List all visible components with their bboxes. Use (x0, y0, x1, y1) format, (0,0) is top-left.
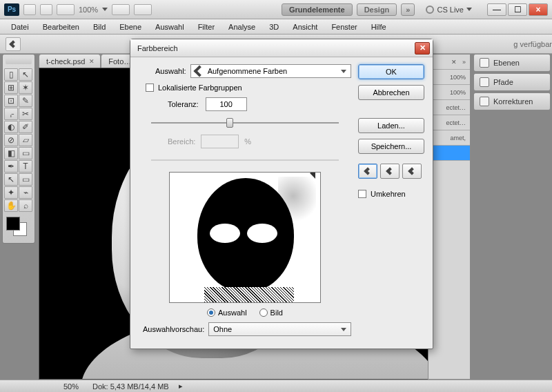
tool-lasso[interactable]: ⊞ (4, 81, 18, 94)
zoom-percent[interactable]: 100% (79, 6, 98, 14)
window-maximize[interactable]: ☐ (508, 3, 527, 16)
status-zoom[interactable]: 50% (41, 382, 83, 391)
app-logo: Ps (4, 3, 19, 16)
color-swatches[interactable] (4, 217, 32, 239)
farbbereich-dialog: Farbbereich ✕ Auswahl: Aufgenommene Farb… (130, 39, 433, 349)
menu-bearbeiten[interactable]: Bearbeiten (36, 19, 86, 34)
document-tab-label: Foto… (108, 57, 131, 66)
status-docsize[interactable]: Dok: 5,43 MB/14,4 MB (92, 382, 169, 391)
tool-shape[interactable]: ▭ (19, 173, 32, 186)
radio-auswahl[interactable]: Auswahl (207, 308, 247, 317)
eyedropper-subtract[interactable] (402, 164, 422, 179)
eyedropper-plus-icon (386, 167, 393, 175)
tool-3dcam[interactable]: ⌁ (19, 186, 32, 199)
statusbar: 50% Dok: 5,43 MB/14,4 MB ▸ (0, 380, 552, 392)
menu-ansicht[interactable]: Ansicht (286, 19, 324, 34)
eyedropper-sample[interactable] (358, 164, 377, 179)
ok-button[interactable]: OK (358, 64, 424, 79)
bridge-icon[interactable] (23, 4, 36, 15)
tool-eraser[interactable]: ⊘ (4, 134, 18, 146)
tool-eyedropper[interactable]: ✎ (19, 95, 32, 107)
tool-pen[interactable]: ✒ (4, 160, 18, 173)
menu-filter[interactable]: Filter (191, 19, 221, 34)
tool-hand[interactable]: ✋ (4, 199, 18, 212)
tool-3d[interactable]: ✦ (4, 186, 18, 199)
menu-auswahl[interactable]: Auswahl (148, 19, 191, 34)
tool-gradient[interactable]: ▱ (19, 134, 32, 146)
screenmode-icon[interactable] (134, 4, 152, 15)
selection-preview[interactable] (169, 172, 321, 303)
panel-collapse[interactable]: ✕ » (428, 55, 470, 70)
dialog-title: Farbbereich (137, 44, 178, 52)
vorschau-value: Ohne (213, 325, 232, 333)
menu-fenster[interactable]: Fenster (324, 19, 364, 34)
panel-row[interactable]: ectet… (428, 115, 470, 130)
close-icon[interactable]: ✕ (89, 58, 95, 65)
cslive-button[interactable]: CS Live (419, 6, 479, 14)
panel-row-selected[interactable] (428, 146, 470, 161)
menu-bild[interactable]: Bild (86, 19, 112, 34)
tool-history[interactable]: ✐ (19, 121, 32, 133)
minibridge-icon[interactable] (40, 4, 52, 15)
slider-thumb[interactable] (226, 118, 233, 128)
tool-zoom[interactable]: ⌕ (19, 199, 32, 212)
toleranz-label: Toleranz: (168, 100, 199, 108)
workspace-design[interactable]: Design (357, 3, 397, 16)
save-button[interactable]: Speichern... (358, 139, 424, 154)
auswahl-select[interactable]: Aufgenommene Farben (190, 64, 351, 78)
toleranz-slider[interactable] (151, 117, 339, 129)
options-hint: g verfügbar (513, 40, 552, 48)
load-button[interactable]: Laden... (358, 118, 424, 133)
panel-row[interactable]: ectet… (428, 100, 470, 115)
document-tab[interactable]: t-check.psd ✕ (39, 54, 101, 68)
menubar: Datei Bearbeiten Bild Ebene Auswahl Filt… (0, 19, 552, 35)
current-tool-icon[interactable] (6, 37, 21, 51)
status-arrow-icon[interactable]: ▸ (179, 382, 183, 391)
tool-stamp[interactable]: ◐ (4, 121, 18, 133)
eyedropper-add[interactable] (380, 164, 400, 179)
foreground-color[interactable] (6, 217, 20, 231)
toolbox: ▯ ↖ ⊞ ✶ ⊡ ✎ ⌌ ✂ ◐ ✐ ⊘ ▱ ◧ ▭ ✒ T ↖ ▭ ✦ ⌁ … (2, 54, 35, 244)
tool-wand[interactable]: ✶ (19, 81, 32, 94)
panel-ebenen[interactable]: Ebenen (474, 55, 550, 71)
tool-blur[interactable]: ◧ (4, 147, 18, 159)
panel-pfade[interactable]: Pfade (474, 74, 550, 90)
viewextras-icon[interactable] (57, 4, 75, 15)
vorschau-select[interactable]: Ohne (208, 322, 351, 336)
panel-row[interactable]: 100% (428, 85, 470, 100)
bereich-slider (151, 154, 339, 166)
dialog-titlebar[interactable]: Farbbereich ✕ (130, 39, 433, 57)
menu-hilfe[interactable]: Hilfe (364, 19, 393, 34)
zoom-dropdown-icon[interactable] (102, 8, 108, 11)
panel-korrekturen[interactable]: Korrekturen (474, 93, 550, 110)
dialog-close-button[interactable]: ✕ (415, 42, 430, 55)
tool-dodge[interactable]: ▭ (19, 147, 32, 159)
tool-heal[interactable]: ⌌ (4, 108, 18, 120)
toleranz-input[interactable] (206, 97, 247, 111)
tool-text[interactable]: T (19, 160, 32, 173)
menu-3d[interactable]: 3D (262, 19, 286, 34)
window-minimize[interactable]: — (487, 3, 506, 16)
panel-row[interactable]: 100% (428, 70, 470, 85)
checkbox-icon (146, 84, 154, 92)
localized-checkbox[interactable]: Lokalisierte Farbgruppen (139, 84, 351, 92)
cancel-button[interactable]: Abbrechen (358, 85, 424, 100)
workspace-grundelemente[interactable]: Grundelemente (282, 3, 353, 16)
window-close[interactable]: × (529, 3, 548, 16)
menu-datei[interactable]: Datei (4, 19, 36, 34)
radio-bild[interactable]: Bild (259, 308, 283, 317)
arrange-icon[interactable] (112, 4, 130, 15)
menu-analyse[interactable]: Analyse (221, 19, 262, 34)
chevron-down-icon (341, 70, 346, 73)
tool-move[interactable]: ▯ (4, 68, 18, 81)
panel-row[interactable]: amet, (428, 130, 470, 146)
tool-crop[interactable]: ⊡ (4, 95, 18, 107)
workspace-more[interactable]: » (401, 3, 415, 16)
layers-icon (480, 58, 489, 68)
tool-brush[interactable]: ✂ (19, 108, 32, 120)
tool-select[interactable]: ↖ (19, 68, 32, 81)
menu-ebene[interactable]: Ebene (112, 19, 148, 34)
cslive-icon (426, 6, 434, 14)
tool-path[interactable]: ↖ (4, 173, 18, 186)
umkehren-checkbox[interactable]: Umkehren (358, 190, 424, 198)
